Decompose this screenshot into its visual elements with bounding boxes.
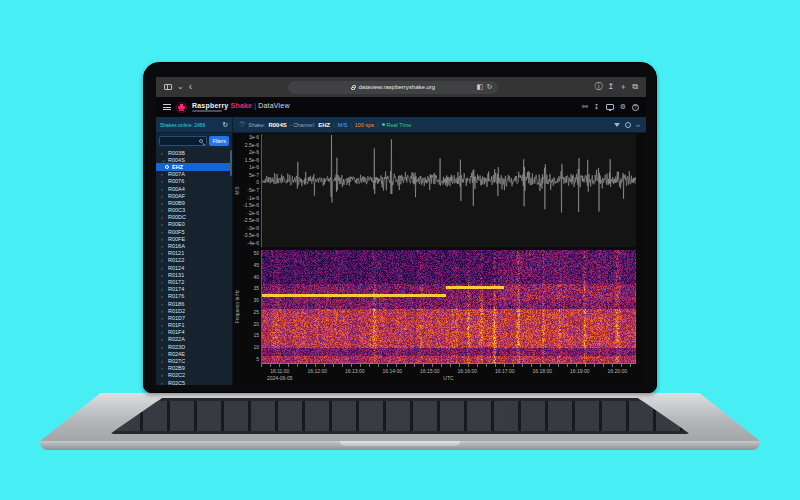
station-label: R027C (168, 358, 185, 364)
station-label: R01F1 (168, 322, 185, 328)
chevron-down-icon[interactable]: ⌄ (177, 83, 184, 91)
channel-row-selected[interactable]: EHZ (156, 163, 232, 170)
station-row[interactable]: ›R01D2 (156, 307, 232, 314)
station-row[interactable]: ›R00C3 (156, 207, 232, 214)
station-row[interactable]: ›R00AF (156, 192, 232, 199)
share-icon[interactable]: ↥ (608, 83, 615, 91)
station-row[interactable]: ›R0172 (156, 278, 232, 285)
station-row[interactable]: ›R01F4 (156, 329, 232, 336)
station-row[interactable]: ›R00F5 (156, 228, 232, 235)
station-label: R02C2 (168, 372, 185, 378)
favorite-heart-icon[interactable]: ♡ (239, 121, 245, 129)
spectrogram-image (262, 250, 636, 363)
address-bar[interactable]: dataview.raspberryshake.org ◧ ↻ (288, 81, 498, 94)
chevron-right-icon: › (161, 372, 165, 378)
globe-icon[interactable] (625, 122, 631, 128)
time-tick-label: 16:20:00 (608, 368, 627, 374)
channel-prefix: - Channel: (290, 122, 315, 128)
sidebar-search-row: Filters (156, 133, 232, 148)
chevron-right-icon: › (161, 322, 165, 328)
station-row[interactable]: ›R0124 (156, 264, 232, 271)
sidebar-toggle-icon[interactable] (164, 84, 172, 90)
station-row[interactable]: ›R00A4 (156, 185, 232, 192)
station-row[interactable]: ›R00DC (156, 214, 232, 221)
chevron-right-icon: › (161, 286, 165, 292)
settings-gear-icon[interactable]: ⚙ (620, 103, 626, 111)
search-icon (199, 139, 203, 143)
chevron-right-icon: › (161, 200, 165, 206)
filters-button[interactable]: Filters (209, 136, 229, 146)
station-label: R0176 (168, 293, 184, 299)
chevron-right-icon: › (161, 207, 165, 213)
back-icon[interactable]: ‹ (189, 82, 192, 92)
station-row[interactable]: ›R003B (156, 149, 232, 156)
station-label: R023D (168, 344, 185, 350)
spectrogram-panel: Frequency in Hz 5045403530252015105 (233, 250, 636, 363)
browser-toolbar: ⌄ ‹ dataview.raspberryshake.org ◧ ↻ ⓘ ↥ … (156, 77, 646, 97)
station-row[interactable]: ›R02C5 (156, 379, 232, 385)
station-row[interactable]: ›R023D (156, 343, 232, 350)
display-icon[interactable] (606, 104, 614, 110)
station-name: R004S (268, 122, 286, 128)
search-input[interactable] (159, 136, 207, 146)
expand-icon[interactable]: ‹› (636, 122, 640, 128)
chevron-right-icon: › (161, 351, 165, 357)
station-row[interactable]: ›R00FE (156, 235, 232, 242)
station-row[interactable]: ›R024E (156, 350, 232, 357)
station-label: R02C5 (168, 380, 185, 385)
logo-tagline (192, 110, 222, 112)
station-row[interactable]: ⌄R004S (156, 156, 232, 163)
help-icon[interactable]: ? (632, 104, 639, 111)
spectrogram-plot[interactable] (261, 250, 636, 363)
realtime-badge[interactable]: Real Time (382, 122, 412, 128)
chevron-right-icon: › (161, 308, 165, 314)
station-row[interactable]: ›R0121 (156, 250, 232, 257)
time-axis: UTC 16:11:002024-06-0516:12:0016:13:0016… (261, 363, 636, 385)
waveform-plot[interactable] (261, 134, 636, 247)
station-row[interactable]: ›R00B9 (156, 199, 232, 206)
station-row[interactable]: ›R02B9 (156, 365, 232, 372)
station-row[interactable]: ›R0174 (156, 286, 232, 293)
date-label: 2024-06-05 (267, 375, 293, 381)
station-row[interactable]: ›R02C2 (156, 372, 232, 379)
download-icon[interactable]: ↧ (594, 103, 600, 111)
app-header: Raspberry Shake|DataView ⚯ ↧ ⚙ ? (156, 97, 646, 117)
station-row[interactable]: ›R022A (156, 336, 232, 343)
station-row[interactable]: ›R016A (156, 242, 232, 249)
station-row[interactable]: ›R0131 (156, 271, 232, 278)
chevron-right-icon: › (161, 315, 165, 321)
station-label: R00C3 (168, 207, 185, 213)
station-row[interactable]: ›R0186 (156, 300, 232, 307)
reader-icon[interactable]: ◧ (477, 83, 484, 91)
refresh-icon[interactable]: ↻ (222, 121, 228, 128)
station-row[interactable]: ›R00E0 (156, 221, 232, 228)
brand-title: Raspberry Shake|DataView (192, 102, 290, 109)
station-label: R0122 (168, 257, 184, 263)
time-tick-label: 16:15:00 (420, 368, 439, 374)
station-row[interactable]: ›R0076 (156, 178, 232, 185)
info-icon[interactable]: ⓘ (595, 83, 603, 91)
tabs-icon[interactable]: ⧉ (632, 83, 638, 91)
chevron-right-icon: › (161, 178, 165, 184)
station-prefix: Shake: (248, 122, 265, 128)
spectrogram-yticks: 5045403530252015105 (241, 250, 261, 363)
station-label: R00FE (168, 236, 185, 242)
station-row[interactable]: ›R007A (156, 171, 232, 178)
units-label[interactable]: M/S (338, 122, 348, 128)
time-tick-label: 16:14:00 (383, 368, 402, 374)
station-row[interactable]: ›R027C (156, 357, 232, 364)
sidebar-scrollbar[interactable] (230, 150, 232, 176)
station-row[interactable]: ›R0176 (156, 293, 232, 300)
filter-icon[interactable] (614, 123, 620, 127)
keyboard-keys (116, 401, 684, 431)
url-text: dataview.raspberryshake.org (358, 84, 435, 90)
chevron-right-icon: › (161, 380, 165, 385)
station-row[interactable]: ›R01F1 (156, 322, 232, 329)
menu-icon[interactable] (163, 104, 171, 110)
chevron-right-icon: › (161, 344, 165, 350)
station-row[interactable]: ›R01D7 (156, 314, 232, 321)
new-tab-icon[interactable]: ＋ (619, 83, 627, 91)
share-nodes-icon[interactable]: ⚯ (582, 103, 588, 111)
station-row[interactable]: ›R0122 (156, 257, 232, 264)
reload-icon[interactable]: ↻ (486, 83, 492, 91)
